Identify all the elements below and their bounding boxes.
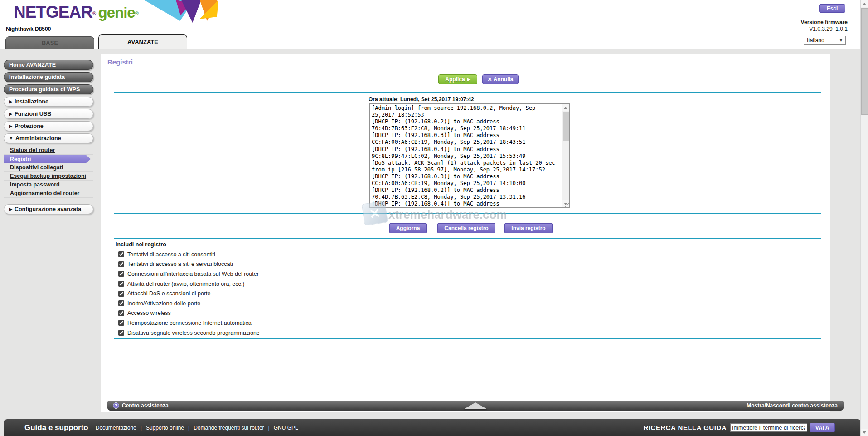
chevron-right-icon: ▶ bbox=[9, 99, 12, 104]
include-option-label: Accesso wireless bbox=[127, 310, 171, 316]
sidebar-gap bbox=[4, 198, 93, 204]
scroll-up-icon[interactable] bbox=[562, 104, 569, 111]
footer-links: Documentazione|Supporto online|Domande f… bbox=[96, 425, 298, 431]
cancel-button-label: Annulla bbox=[494, 76, 514, 83]
include-option-row: Accesso wireless bbox=[118, 309, 260, 318]
expand-help-arrow-icon[interactable] bbox=[464, 402, 487, 409]
invia-registro-button[interactable]: Invia registro bbox=[504, 223, 553, 233]
checkbox-tentativi-di-accesso-a-siti-consentiti[interactable] bbox=[118, 251, 124, 257]
footer-link-separator: | bbox=[141, 425, 142, 431]
sidebar-group-funzioni-usb[interactable]: ▶Funzioni USB bbox=[4, 109, 93, 119]
search-input[interactable] bbox=[730, 423, 807, 432]
checkbox-attacchi-dos-e-scansioni-di-porte[interactable] bbox=[118, 291, 124, 297]
brand-genie: genie bbox=[98, 4, 135, 21]
log-actions: AggiornaCancella registroInvia registro bbox=[101, 223, 830, 233]
checkbox-connessioni-all-interfaccia-basata-sul-w[interactable] bbox=[118, 271, 124, 277]
checkbox-accesso-wireless[interactable] bbox=[118, 310, 124, 316]
watermark-text: xtremehardware.com bbox=[388, 208, 507, 222]
include-option-label: Inoltro/Attivazione delle porte bbox=[127, 300, 200, 307]
log-scrollbar-thumb[interactable] bbox=[563, 112, 569, 141]
include-option-row: Inoltro/Attivazione delle porte bbox=[118, 299, 260, 309]
close-icon: ✕ bbox=[487, 76, 492, 83]
checkbox-inoltro-attivazione-delle-porte[interactable] bbox=[118, 300, 124, 306]
cancella-registro-button[interactable]: Cancella registro bbox=[437, 223, 495, 233]
log-text: [Admin login] from source 192.168.0.2, M… bbox=[370, 105, 562, 207]
include-option-label: Attacchi DoS e scansioni di porte bbox=[127, 290, 210, 297]
chevron-right-icon: ▶ bbox=[9, 207, 12, 211]
sidebar-group-configurazione-avanzata[interactable]: ▶Configurazione avanzata bbox=[4, 204, 93, 214]
sidebar-item-installazione-guidata[interactable]: Installazione guidata bbox=[4, 72, 93, 82]
sidebar-group-installazione[interactable]: ▶Installazione bbox=[4, 97, 93, 107]
firmware-info: Versione firmware V1.0.3.29_1.0.1 bbox=[801, 19, 848, 33]
checkbox-reimpostazione-connessione-internet-auto[interactable] bbox=[118, 320, 124, 326]
include-options-list: Tentativi di accesso a siti consentitiTe… bbox=[118, 250, 260, 338]
footer-link-documentazione[interactable]: Documentazione bbox=[96, 425, 136, 431]
sidebar-group-label: Amministrazione bbox=[15, 135, 61, 142]
tab-avanzate[interactable]: AVANZATE bbox=[98, 34, 187, 49]
scroll-down-icon[interactable] bbox=[861, 429, 868, 436]
include-option-label: Connessioni all'interfaccia basata sul W… bbox=[127, 271, 259, 277]
netgear-genie-logo: NETGEAR® genie® bbox=[14, 3, 139, 22]
chevron-down-icon: ▼ bbox=[9, 136, 13, 141]
router-model-label: Nighthawk D8500 bbox=[6, 26, 51, 32]
toggle-help-center-link[interactable]: Mostra/Nascondi centro assistenza bbox=[747, 402, 838, 409]
logout-button[interactable]: Esci bbox=[819, 4, 845, 13]
chevron-right-icon: ▶ bbox=[9, 112, 12, 116]
footer-link-separator: | bbox=[268, 425, 270, 431]
checkbox-disattiva-segnale-wireless-secondo-progr[interactable] bbox=[118, 330, 124, 336]
page-scrollbar[interactable] bbox=[860, 0, 868, 436]
divider bbox=[114, 338, 821, 339]
divider bbox=[114, 238, 821, 239]
footer-link-domande-frequenti-sul-router[interactable]: Domande frequenti sul router bbox=[194, 425, 264, 431]
cancel-button[interactable]: ✕ Annulla bbox=[482, 74, 519, 84]
include-option-label: Attività del router (avvio, ottenimento … bbox=[127, 281, 244, 287]
checkbox-tentativi-di-accesso-a-siti-e-servizi-bl[interactable] bbox=[118, 261, 124, 267]
sidebar-item-home-avanzate[interactable]: Home AVANZATE bbox=[4, 60, 93, 70]
footer-title: Guida e supporto bbox=[24, 423, 88, 432]
main-content-card: Registri Applica ▶ ✕ Annulla Ora attuale… bbox=[101, 54, 830, 412]
footer-bar: Guida e supporto Documentazione|Supporto… bbox=[4, 419, 861, 436]
page-title: Registri bbox=[107, 58, 133, 66]
registered-mark-icon: ® bbox=[92, 10, 96, 16]
sidebar-nav: Home AVANZATEInstallazione guidataProced… bbox=[4, 60, 93, 216]
include-option-row: Attacchi DoS e scansioni di porte bbox=[118, 289, 260, 299]
aggiorna-button[interactable]: Aggiorna bbox=[389, 223, 427, 233]
sidebar-group-protezione[interactable]: ▶Protezione bbox=[4, 121, 93, 131]
sidebar-item-registri[interactable]: Registri bbox=[4, 155, 91, 163]
language-select[interactable]: Italiano ▼ bbox=[804, 36, 846, 45]
page-scrollbar-thumb[interactable] bbox=[861, 8, 868, 115]
help-center-label: Centro assistenza bbox=[122, 402, 169, 409]
chevron-right-icon: ▶ bbox=[9, 124, 12, 128]
go-button[interactable]: VAI A bbox=[810, 423, 835, 432]
sidebar-item-dispositivi-collegati[interactable]: Dispositivi collegati bbox=[4, 163, 93, 172]
apply-button-label: Applica bbox=[445, 76, 465, 83]
sidebar-item-imposta-password[interactable]: Imposta password bbox=[4, 181, 93, 189]
include-in-log-heading: Includi nel registro bbox=[116, 241, 166, 248]
sidebar-item-aggiornamento-del-router[interactable]: Aggiornamento del router bbox=[4, 189, 93, 198]
netgear-genie-admin-page: NETGEAR® genie® Nighthawk D8500 Esci Ver… bbox=[0, 0, 868, 436]
include-option-label: Reimpostazione connessione Internet auto… bbox=[127, 320, 252, 326]
scroll-up-icon[interactable] bbox=[861, 0, 868, 7]
footer-search: RICERCA NELLA GUIDA VAI A bbox=[644, 423, 861, 432]
include-option-row: Disattiva segnale wireless secondo progr… bbox=[118, 328, 260, 338]
sidebar-group-amministrazione[interactable]: ▼Amministrazione bbox=[4, 133, 93, 143]
sidebar-group-label: Installazione bbox=[15, 98, 48, 105]
sidebar-item-status-del-router[interactable]: Status del router bbox=[4, 146, 93, 155]
log-scrollbar[interactable] bbox=[562, 104, 569, 207]
include-option-row: Reimpostazione connessione Internet auto… bbox=[118, 318, 260, 328]
apply-button[interactable]: Applica ▶ bbox=[438, 74, 477, 84]
sidebar-group-label: Protezione bbox=[15, 123, 44, 129]
sidebar-item-procedura-guidata-di-wps[interactable]: Procedura guidata di WPS bbox=[4, 84, 93, 94]
include-option-row: Tentativi di accesso a siti e servizi bl… bbox=[118, 260, 260, 269]
language-selected-value: Italiano bbox=[807, 37, 824, 44]
footer-link-gnu-gpl[interactable]: GNU GPL bbox=[274, 425, 298, 431]
footer-link-supporto-online[interactable]: Supporto online bbox=[146, 425, 184, 431]
log-textarea[interactable]: [Admin login] from source 192.168.0.2, M… bbox=[369, 103, 570, 208]
divider bbox=[114, 92, 821, 93]
checkbox-attivit-del-router-avvio-ottenimento-ora[interactable] bbox=[118, 281, 124, 287]
search-guide-label: RICERCA NELLA GUIDA bbox=[644, 424, 727, 431]
include-option-row: Connessioni all'interfaccia basata sul W… bbox=[118, 269, 260, 279]
tab-base[interactable]: BASE bbox=[5, 36, 94, 49]
footer-link-separator: | bbox=[188, 425, 189, 431]
sidebar-item-esegui-backup-impostazioni[interactable]: Esegui backup impostazioni bbox=[4, 172, 93, 181]
